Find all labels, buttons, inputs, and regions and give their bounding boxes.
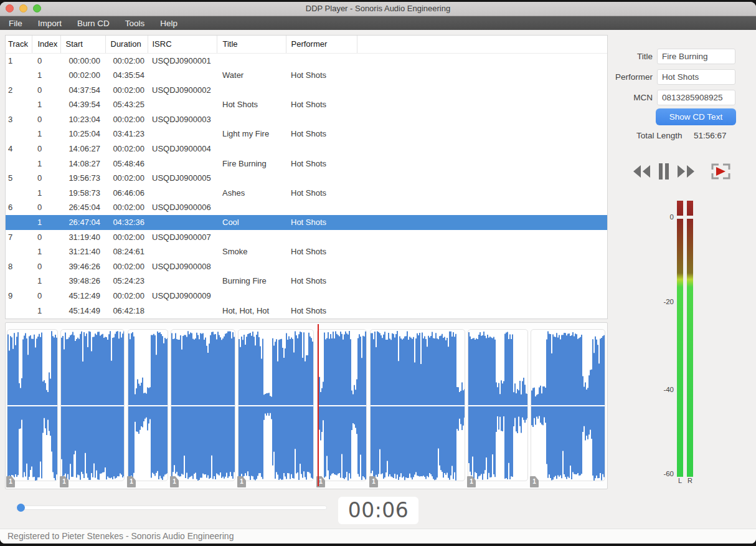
cell-title: Cool [217, 215, 286, 230]
cell-isrc [148, 97, 217, 112]
cell-track [6, 127, 32, 141]
play-selection-button[interactable] [709, 161, 732, 184]
column-header-performer[interactable]: Performer [286, 36, 357, 53]
seek-slider-track[interactable] [16, 505, 327, 510]
cell-start: 04:37:54 [60, 83, 105, 98]
menu-item-file[interactable]: File [9, 19, 22, 28]
column-header-track[interactable]: Track [6, 36, 32, 53]
cell-index: 0 [32, 171, 60, 186]
cell-title [217, 83, 286, 98]
waveform-segment[interactable]: 1 [60, 329, 125, 481]
column-header-duration[interactable]: Duration [105, 36, 148, 53]
cell-track [6, 156, 32, 171]
table-header-row: TrackIndexStartDurationISRCTitlePerforme… [6, 36, 607, 53]
waveform-segment[interactable]: 1 [370, 329, 465, 481]
cell-track: 9 [6, 289, 32, 304]
fast-forward-button[interactable] [676, 163, 696, 183]
menu-item-help[interactable]: Help [160, 19, 177, 28]
performer-field[interactable] [657, 69, 735, 85]
table-row[interactable]: 8039:46:2600:02:00USQDJ0900008 [6, 259, 607, 274]
show-cd-text-button[interactable]: Show CD Text [656, 108, 736, 125]
column-header-title[interactable]: Title [217, 36, 286, 53]
waveform-segment[interactable]: 1 [531, 329, 605, 481]
cell-performer [286, 200, 357, 215]
db-scale-label: 0 [648, 212, 674, 222]
cell-isrc: USQDJ0900002 [148, 83, 217, 98]
pause-button[interactable] [656, 163, 671, 183]
channel-label: R [686, 477, 694, 484]
table-row[interactable]: 119:58:7306:46:06AshesHot Shots [6, 186, 607, 201]
cell-track [6, 215, 32, 230]
table-row[interactable]: 114:08:2705:48:46Fire BurningHot Shots [6, 156, 607, 171]
table-row[interactable]: 104:39:5405:43:25Hot ShotsHot Shots [6, 97, 607, 112]
column-header-index[interactable]: Index [32, 36, 60, 53]
table-row[interactable]: 9045:12:4900:02:00USQDJ0900009 [6, 289, 607, 304]
cell-start: 04:39:54 [60, 97, 105, 112]
table-row[interactable]: 131:21:4008:24:61SmokeHot Shots [6, 244, 607, 259]
cell-isrc: USQDJ0900008 [148, 259, 217, 274]
cell-performer: Hot Shots [286, 156, 357, 171]
cell-duration: 00:02:00 [105, 200, 148, 215]
menu-item-tools[interactable]: Tools [125, 19, 145, 28]
table-row[interactable]: 100:02:0004:35:54WaterHot Shots [6, 68, 607, 83]
table-row[interactable]: 110:25:0403:41:23Light my FireHot Shots [6, 127, 607, 141]
cell-isrc: USQDJ0900007 [148, 230, 217, 245]
cell-track: 8 [6, 259, 32, 274]
cell-performer: Hot Shots [286, 97, 357, 112]
waveform-segment[interactable]: 1 [128, 329, 168, 481]
table-row[interactable]: 7031:19:4000:02:00USQDJ0900007 [6, 230, 607, 245]
cell-duration: 05:24:23 [105, 274, 148, 289]
registration-text: Registered to Pieter Stenekes - Sonoris … [7, 529, 234, 544]
column-header-isrc[interactable]: ISRC [148, 36, 217, 53]
cell-track: 7 [6, 230, 32, 245]
waveform-segment[interactable]: 1 [238, 329, 314, 481]
cell-index: 0 [32, 53, 60, 68]
waveform-segment[interactable]: 1 [468, 329, 528, 481]
menu-bar: FileImportBurn CDToolsHelp [0, 16, 756, 30]
title-field-label: Title [597, 49, 653, 64]
seek-slider-thumb[interactable] [17, 504, 25, 512]
cell-duration: 00:02:00 [105, 171, 148, 186]
cell-isrc [148, 127, 217, 141]
table-row[interactable]: 126:47:0404:32:36CoolHot Shots [6, 215, 607, 230]
column-header-start[interactable]: Start [60, 36, 105, 53]
table-row[interactable]: 1000:00:0000:02:00USQDJ0900001 [6, 53, 607, 68]
waveform-segment[interactable]: 1 [171, 329, 235, 481]
cell-track [6, 274, 32, 289]
cell-start: 10:25:04 [60, 127, 105, 141]
table-row[interactable]: 139:48:2605:24:23Burning FireHot Shots [6, 274, 607, 289]
table-row[interactable]: 5019:56:7300:02:00USQDJ0900005 [6, 171, 607, 186]
rewind-icon [631, 163, 651, 180]
title-field[interactable] [657, 49, 735, 64]
cell-isrc: USQDJ0900005 [148, 171, 217, 186]
cell-duration: 06:42:18 [105, 304, 148, 318]
waveform-segment[interactable]: 1 [317, 329, 367, 481]
table-row[interactable]: 6026:45:0400:02:00USQDJ0900006 [6, 200, 607, 215]
table-row[interactable]: 3010:23:0400:02:00USQDJ0900003 [6, 112, 607, 127]
mcn-field[interactable] [657, 90, 735, 105]
rewind-button[interactable] [631, 163, 651, 183]
cell-isrc [148, 274, 217, 289]
cell-title [217, 141, 286, 156]
cell-track [6, 186, 32, 201]
table-row[interactable]: 2004:37:5400:02:00USQDJ0900002 [6, 83, 607, 98]
waveform-segment[interactable]: 1 [7, 329, 58, 481]
cell-isrc [148, 304, 217, 318]
cell-start: 00:00:00 [60, 53, 105, 68]
cell-track [6, 244, 32, 259]
cell-start: 19:58:73 [60, 186, 105, 201]
menu-item-import[interactable]: Import [38, 19, 62, 28]
menu-item-burn-cd[interactable]: Burn CD [77, 19, 110, 28]
table-row[interactable]: 4014:06:2700:02:00USQDJ0900004 [6, 141, 607, 156]
playhead-cursor[interactable] [318, 324, 319, 486]
cell-start: 00:02:00 [60, 68, 105, 83]
cell-title: Smoke [217, 244, 286, 259]
cell-track: 3 [6, 112, 32, 127]
table-row[interactable]: 145:14:4906:42:18Hot, Hot, HotHot Shots [6, 304, 607, 318]
waveform-panel[interactable]: 111111111 [5, 322, 608, 489]
cell-performer [286, 230, 357, 245]
cell-performer: Hot Shots [286, 68, 357, 83]
db-scale-label: -60 [648, 469, 674, 479]
cell-track [6, 304, 32, 318]
level-meter-left [677, 219, 683, 477]
